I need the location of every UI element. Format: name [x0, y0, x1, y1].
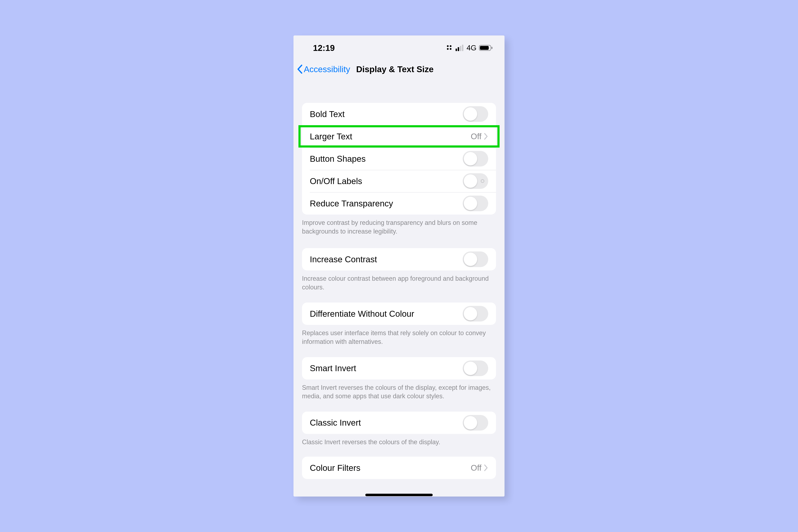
page-title: Display & Text Size	[356, 64, 434, 74]
row-label: On/Off Labels	[310, 176, 463, 186]
row-value: Off	[471, 463, 481, 473]
toggle-classic-invert[interactable]	[463, 415, 488, 431]
row-label: Bold Text	[310, 109, 463, 119]
row-bold-text[interactable]: Bold Text	[302, 103, 496, 125]
row-button-shapes[interactable]: Button Shapes	[302, 148, 496, 170]
toggle-reduce-transparency[interactable]	[463, 196, 488, 211]
footer-differentiate: Replaces user interface items that rely …	[293, 325, 505, 346]
svg-rect-4	[456, 49, 457, 51]
settings-group-classic-invert: Classic Invert	[302, 412, 496, 434]
footer-reduce-transparency: Improve contrast by reducing transparenc…	[293, 214, 505, 236]
footer-smart-invert: Smart Invert reverses the colours of the…	[293, 380, 505, 401]
toggle-increase-contrast[interactable]	[463, 251, 488, 267]
phone-screen: 12:19 4G	[293, 36, 505, 496]
toggle-button-shapes[interactable]	[463, 151, 488, 167]
chevron-right-icon	[484, 133, 488, 140]
status-bar: 12:19 4G	[293, 36, 505, 60]
settings-group-smart-invert: Smart Invert	[302, 357, 496, 380]
network-type: 4G	[467, 44, 476, 52]
svg-point-1	[450, 45, 452, 47]
row-classic-invert[interactable]: Classic Invert	[302, 412, 496, 434]
svg-rect-9	[480, 46, 489, 50]
svg-rect-10	[491, 47, 492, 49]
svg-rect-7	[462, 45, 463, 51]
row-on-off-labels[interactable]: On/Off Labels	[302, 170, 496, 192]
settings-group-differentiate: Differentiate Without Colour	[302, 303, 496, 325]
svg-rect-6	[460, 46, 461, 51]
row-increase-contrast[interactable]: Increase Contrast	[302, 248, 496, 270]
toggle-bold-text[interactable]	[463, 106, 488, 122]
svg-point-2	[447, 48, 449, 50]
row-smart-invert[interactable]: Smart Invert	[302, 357, 496, 380]
cellular-signal-icon	[456, 45, 464, 51]
row-colour-filters[interactable]: Colour Filters Off	[302, 457, 496, 479]
row-label: Differentiate Without Colour	[310, 309, 463, 319]
footer-classic-invert: Classic Invert reverses the colours of t…	[293, 434, 505, 446]
status-right: 4G	[446, 44, 493, 52]
row-larger-text[interactable]: Larger Text Off	[302, 125, 496, 148]
footer-increase-contrast: Increase colour contrast between app for…	[293, 270, 505, 291]
status-time: 12:19	[313, 43, 335, 53]
row-label: Colour Filters	[310, 463, 471, 473]
back-button[interactable]: Accessibility	[304, 64, 350, 74]
back-chevron-icon[interactable]	[297, 64, 303, 74]
row-label: Larger Text	[310, 132, 471, 141]
row-value: Off	[471, 132, 481, 141]
row-label: Increase Contrast	[310, 254, 463, 264]
row-reduce-transparency[interactable]: Reduce Transparency	[302, 192, 496, 214]
toggle-on-off-labels[interactable]	[463, 173, 488, 189]
row-label: Button Shapes	[310, 154, 463, 164]
row-label: Classic Invert	[310, 418, 463, 428]
battery-icon	[479, 45, 493, 51]
home-indicator[interactable]	[365, 494, 433, 496]
app-switcher-dots-icon	[446, 44, 453, 52]
row-label: Smart Invert	[310, 363, 463, 373]
svg-point-3	[450, 48, 452, 50]
toggle-smart-invert[interactable]	[463, 361, 488, 376]
chevron-right-icon	[484, 464, 488, 471]
row-label: Reduce Transparency	[310, 198, 463, 208]
settings-group-colour-filters: Colour Filters Off	[302, 457, 496, 479]
row-differentiate-without-colour[interactable]: Differentiate Without Colour	[302, 303, 496, 325]
nav-bar: Accessibility Display & Text Size	[293, 60, 505, 78]
toggle-differentiate[interactable]	[463, 306, 488, 322]
svg-rect-5	[458, 47, 459, 51]
settings-group-text: Bold Text Larger Text Off Button Shapes …	[302, 103, 496, 214]
settings-group-contrast: Increase Contrast	[302, 248, 496, 270]
svg-point-0	[447, 45, 449, 47]
